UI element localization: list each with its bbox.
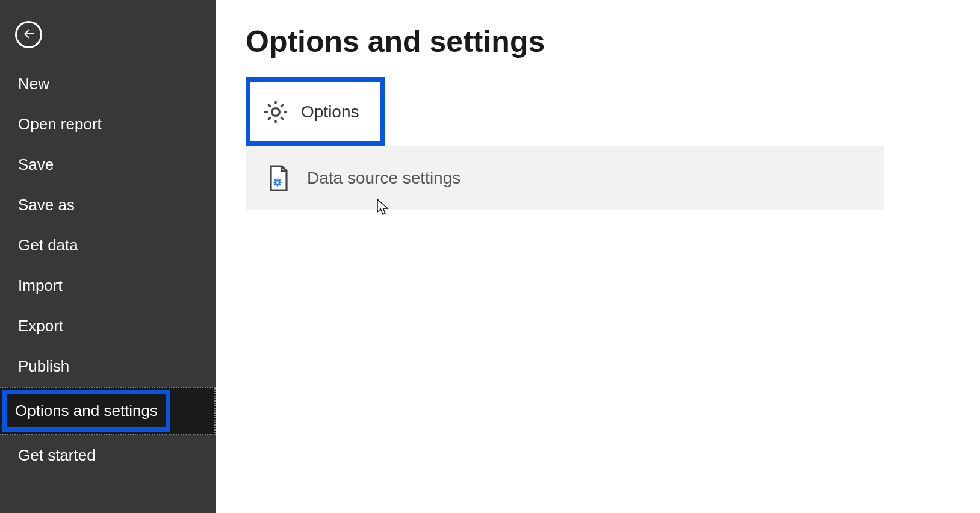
sidebar-item-label: Get started <box>18 446 96 464</box>
option-row-label: Options <box>301 102 359 122</box>
sidebar-item-options-and-settings[interactable]: Options and settings <box>0 387 216 435</box>
gear-icon <box>261 98 290 126</box>
document-gear-icon <box>264 164 293 193</box>
arrow-left-icon <box>22 26 36 43</box>
sidebar-item-label: Export <box>18 317 63 335</box>
main-content: Options and settings Options Data source… <box>216 0 980 513</box>
sidebar-item-import[interactable]: Import <box>0 266 216 306</box>
annotation-highlight-box: Options and settings <box>2 390 170 432</box>
sidebar-item-label: Publish <box>18 357 69 375</box>
sidebar-item-label: Save <box>18 155 54 173</box>
sidebar-item-get-data[interactable]: Get data <box>0 225 216 266</box>
sidebar-item-label: Open report <box>18 115 102 133</box>
option-row-label: Data source settings <box>307 169 461 188</box>
sidebar-item-new[interactable]: New <box>0 64 216 104</box>
sidebar-item-label: Save as <box>18 196 75 214</box>
option-row-options[interactable]: Options <box>246 77 385 146</box>
page-title: Options and settings <box>246 24 980 59</box>
sidebar-item-label: Options and settings <box>15 402 158 420</box>
sidebar-item-save[interactable]: Save <box>0 145 216 185</box>
sidebar-item-save-as[interactable]: Save as <box>0 185 216 225</box>
sidebar-item-open-report[interactable]: Open report <box>0 104 216 145</box>
option-row-data-source-settings[interactable]: Data source settings <box>246 146 884 210</box>
sidebar-item-label: Import <box>18 276 63 294</box>
sidebar: New Open report Save Save as Get data Im… <box>0 0 216 513</box>
back-button[interactable] <box>15 21 42 48</box>
sidebar-item-label: Get data <box>18 236 78 254</box>
svg-point-0 <box>272 108 280 116</box>
sidebar-item-label: New <box>18 75 49 93</box>
sidebar-item-export[interactable]: Export <box>0 306 216 346</box>
sidebar-item-get-started[interactable]: Get started <box>0 435 216 476</box>
sidebar-menu: New Open report Save Save as Get data Im… <box>0 64 216 476</box>
sidebar-item-publish[interactable]: Publish <box>0 346 216 387</box>
